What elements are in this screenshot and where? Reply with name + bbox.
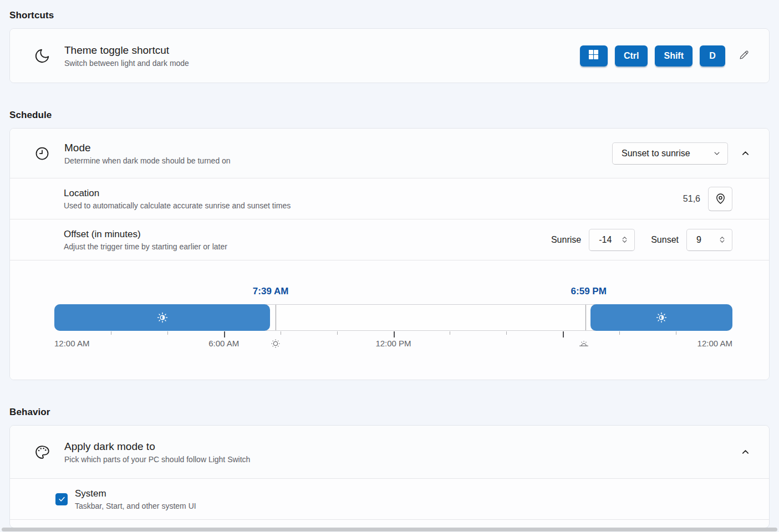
location-value: 51,6 [683,194,700,204]
chevron-up-icon [741,447,750,457]
tick-label-6am: 6:00 AM [208,339,239,348]
moon-icon [33,48,51,64]
next-row-clipped [10,520,769,524]
offset-subtitle: Adjust the trigger time by starting earl… [64,242,227,251]
sunrise-offset-spinner[interactable]: -14 [589,229,635,251]
sunrise-icon [269,337,282,352]
behavior-section-heading: Behavior [9,380,770,425]
check-icon [58,495,66,503]
schedule-card: Mode Determine when dark mode should be … [9,128,770,380]
offset-title: Offset (in minutes) [64,229,227,240]
shortcuts-section-heading: Shortcuts [9,0,770,28]
location-pin-icon [714,192,727,205]
schedule-expander-button[interactable] [735,143,756,164]
tick-mark [167,331,168,335]
sunset-time-label: 6:59 PM [571,286,607,297]
sunset-offset-value: 9 [696,235,701,245]
mode-dropdown[interactable]: Sunset to sunrise [612,142,728,165]
sunrise-offset-value: -14 [599,235,612,245]
spinner-updown-icon [718,235,726,244]
theme-toggle-card: Theme toggle shortcut Switch between lig… [9,28,770,83]
tick-label-noon: 12:00 PM [375,339,411,348]
behavior-card: Apply dark mode to Pick which parts of y… [9,425,770,528]
windows-logo-icon [588,49,599,62]
light-switch-settings-page: Shortcuts Theme toggle shortcut Switch b… [0,0,779,528]
palette-icon [33,444,51,461]
tick-mark [563,331,564,337]
chevron-down-icon [713,150,721,157]
tick-mark [506,331,507,335]
d-key: D [700,45,725,66]
pencil-icon [738,49,750,63]
timeline-track [54,304,732,331]
location-pick-button[interactable] [708,187,732,211]
sunrise-offset-label: Sunrise [551,235,581,245]
sunrise-time-label: 7:39 AM [253,286,289,297]
win-key [580,45,608,66]
theme-toggle-titles: Theme toggle shortcut Switch between lig… [64,44,189,68]
schedule-section-heading: Schedule [9,83,770,128]
theme-toggle-subtitle: Switch between light and dark mode [64,59,189,68]
horizontal-scrollbar-thumb[interactable] [2,528,777,531]
tick-mark [450,331,450,335]
sunset-offset-label: Sunset [651,235,679,245]
tick-mark [281,331,281,335]
sunset-offset-spinner[interactable]: 9 [686,229,732,251]
mode-subtitle: Determine when dark mode should be turne… [64,156,231,165]
shortcut-keys-group: Ctrl Shift D [573,45,753,66]
theme-toggle-row: Theme toggle shortcut Switch between lig… [10,29,769,83]
location-row: Location Used to automatically calculate… [10,178,769,219]
apply-dark-mode-title: Apply dark mode to [64,441,250,453]
theme-toggle-sun-icon [655,311,668,324]
dark-period-bar-morning [54,304,270,331]
tick-label-midnight-left: 12:00 AM [54,339,89,348]
behavior-expander-button[interactable] [735,442,756,463]
tick-label-midnight-right: 12:00 AM [697,339,732,348]
location-title: Location [64,188,291,199]
mode-dropdown-value: Sunset to sunrise [622,149,690,158]
system-subtitle: Taskbar, Start, and other system UI [75,502,196,510]
sunrise-marker-line [276,305,276,330]
tick-mark [394,331,395,337]
tick-mark [111,331,111,335]
apply-dark-mode-row: Apply dark mode to Pick which parts of y… [10,426,769,478]
tick-mark [619,331,620,335]
spinner-updown-icon [620,235,629,244]
apply-dark-mode-subtitle: Pick which parts of your PC should follo… [64,455,250,464]
ctrl-key: Ctrl [615,45,648,66]
system-title: System [75,488,196,499]
dark-period-bar-evening [590,304,732,331]
sunset-marker-line [585,305,586,330]
clock-icon [33,146,51,161]
system-checkbox[interactable] [55,493,68,505]
timeline-labels: 12:00 AM 6:00 AM 12:00 PM 12:00 AM [54,339,732,352]
theme-toggle-sun-icon [156,311,169,324]
timeline-ticks [54,331,732,338]
mode-title: Mode [64,142,231,154]
schedule-timeline: 7:39 AM 6:59 PM 12:00 AM [10,260,769,380]
tick-mark [676,331,676,335]
location-subtitle: Used to automatically calculate accurate… [64,201,291,210]
shift-key: Shift [655,45,693,66]
tick-mark [224,331,225,337]
theme-toggle-title: Theme toggle shortcut [64,44,189,57]
chevron-up-icon [741,149,750,158]
sunset-icon [578,337,590,352]
system-row: System Taskbar, Start, and other system … [10,479,769,519]
tick-mark [337,331,338,335]
offset-row: Offset (in minutes) Adjust the trigger t… [10,219,769,260]
mode-row: Mode Determine when dark mode should be … [10,129,769,178]
edit-shortcut-button[interactable] [735,47,753,65]
